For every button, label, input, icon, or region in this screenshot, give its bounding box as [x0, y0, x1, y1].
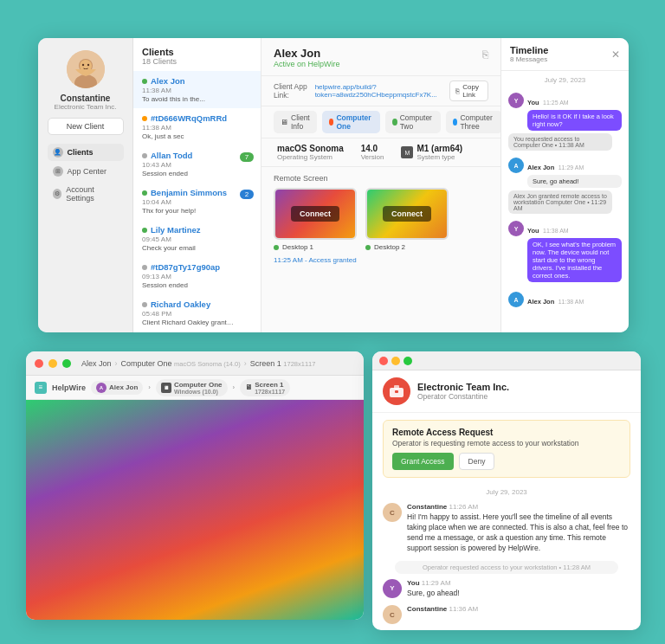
arrow-icon-2: ›: [233, 383, 236, 391]
screen-name-row-1: Desktop 1: [274, 243, 357, 251]
chrome-minimize-dot[interactable]: [48, 359, 57, 368]
company-name: Electronic Team Inc.: [417, 382, 509, 392]
svg-rect-8: [394, 385, 399, 390]
computer-chip[interactable]: 🖥 Computer One Windows (10.0): [156, 379, 228, 396]
sidebar-item-app-center[interactable]: ⊞ App Center: [48, 163, 124, 180]
screen-thumb-1[interactable]: Connect Desktop 1: [274, 188, 357, 251]
msg-sender-1: Constantine: [407, 503, 447, 511]
list-item[interactable]: #tD87gTy17g90ap 09:13 AM Session ended: [133, 257, 261, 294]
client-time: 11:38 AM: [142, 87, 252, 94]
app-link-row: Client App Link: helpwire.app/build/?tok…: [261, 76, 500, 106]
list-item[interactable]: Richard Oakley 05:48 PM Client Richard O…: [133, 294, 261, 332]
clients-header: Clients 18 Clients: [133, 45, 261, 71]
request-buttons: Grant Access Deny: [392, 453, 621, 470]
client-msg: Thx for your help!: [142, 207, 237, 215]
you-avatar-br: Y: [383, 579, 402, 598]
copy-link-button[interactable]: ⎘ Copy Link: [449, 80, 488, 101]
tab-computer-three[interactable]: Computer Three: [446, 111, 500, 133]
list-item[interactable]: Alex Jon 11:38 AM To avoid this in the..…: [133, 71, 261, 108]
tab-computer-one[interactable]: Computer One: [322, 111, 380, 133]
br-maximize-dot[interactable]: [404, 357, 412, 365]
system-event: You requested access to Computer One • 1…: [508, 133, 612, 151]
client-time: 05:48 PM: [142, 310, 252, 318]
br-close-dot[interactable]: [379, 357, 388, 365]
msg-bubble: Hello! is it OK if I take a look right n…: [527, 110, 622, 131]
msg-time-1: 11:26 AM: [449, 503, 478, 511]
sidebar-item-account-settings[interactable]: ⚙ Account Settings: [48, 182, 124, 206]
user-chip[interactable]: A Alex Jon: [91, 381, 143, 395]
breadcrumb-user: Alex Jon: [81, 359, 112, 368]
svg-point-4: [81, 64, 83, 66]
client-name: #tD87gTy17g90ap: [142, 262, 252, 272]
screen-thumb-container-2[interactable]: Connect: [365, 188, 449, 240]
list-item[interactable]: Alex Campbell 05:33 PM System driver mis…: [133, 332, 261, 332]
close-button[interactable]: ✕: [611, 48, 620, 61]
chat-area: C Constantine 11:26 AM Hi! I'm happy to …: [372, 499, 641, 630]
version-value: 14.0: [361, 144, 384, 153]
you-avatar-2: Y: [508, 221, 524, 236]
screen-view: [26, 400, 364, 620]
sys-os: macOS Sonoma Operating System: [274, 144, 344, 161]
company-info: Electronic Team Inc. Operator Constantin…: [417, 382, 509, 401]
sidebar-username: Constantine: [61, 93, 111, 103]
screen-thumb-2[interactable]: Connect Desktop 2: [365, 188, 449, 251]
client-msg: Ok, just a sec: [142, 132, 237, 140]
sys-msg-1: Operator requested access to your workst…: [395, 561, 617, 574]
screen-chip-icon: 🖥: [245, 383, 252, 391]
tab-client-info[interactable]: 🖥 Client Info: [274, 111, 317, 133]
timeline-title-group: Timeline 8 Messages: [510, 45, 548, 63]
connect-overlay-1[interactable]: Connect: [291, 206, 339, 222]
client-msg: Session ended: [142, 281, 237, 289]
chrome-close-dot[interactable]: [35, 359, 43, 368]
tab-computer-two[interactable]: Computer Two: [385, 111, 441, 133]
client-name: Allan Todd: [142, 151, 252, 160]
br-minimize-dot[interactable]: [391, 357, 400, 365]
list-item[interactable]: Allan Todd 10:43 AM Session ended 7: [133, 145, 261, 183]
msg-sender: You: [527, 99, 539, 106]
client-time: 10:04 AM: [142, 198, 252, 206]
screen-dot-2: [365, 245, 371, 250]
client-name: Lily Martinez: [142, 225, 252, 235]
screen-name-chip: Screen 1: [255, 381, 285, 389]
constantine-avatar-2: C: [383, 605, 402, 624]
br-chrome: [372, 351, 641, 370]
grant-access-button[interactable]: Grant Access: [392, 453, 454, 470]
timeline-item-1: Y You 11:25 AM Hello! is it OK if I take…: [501, 89, 629, 154]
systype-value: M1 (arm64): [416, 144, 462, 153]
app-link-label: Client App Link:: [274, 82, 310, 100]
operator-label: Operator Constantine: [417, 392, 509, 401]
client-time: 10:43 AM: [142, 161, 252, 169]
msg-sender-3: Constantine: [407, 605, 447, 613]
copy-icon: ⎘: [482, 48, 488, 61]
connect-overlay-2[interactable]: Connect: [383, 206, 431, 222]
client-badge: 7: [240, 152, 254, 162]
new-client-button[interactable]: New Client: [48, 118, 124, 135]
timeline-msg-content: You 11:25 AM Hello! is it OK if I take a…: [527, 93, 622, 131]
screen-chip-info: Screen 1 1728x1117: [255, 381, 285, 395]
timeline-msg-content-2: Alex Jon 11:29 AM Sure, go ahead!: [527, 158, 622, 188]
timeline-item-3: Y You 11:38 AM OK, I see what's the prob…: [501, 217, 629, 288]
request-title: Remote Access Request: [392, 428, 621, 437]
list-item[interactable]: Benjamin Simmons 10:04 AM Thx for your h…: [133, 183, 261, 220]
msg-time-3: 11:36 AM: [449, 605, 478, 613]
request-desc: Operator is requesting remote access to …: [392, 439, 621, 448]
svg-rect-9: [395, 390, 398, 393]
timeline-msg-content-3: You 11:38 AM OK, I see what's the proble…: [527, 221, 622, 282]
status-dot: [142, 79, 147, 84]
breadcrumb: Alex Jon › Computer One macOS Sonoma (14…: [81, 359, 315, 368]
msg-body-3: Constantine 11:36 AM: [407, 605, 630, 624]
list-item[interactable]: Lily Martinez 09:45 AM Check your email: [133, 220, 261, 257]
screen-chip[interactable]: 🖥 Screen 1 1728x1117: [240, 379, 290, 396]
chat-msg-3: C Constantine 11:36 AM: [383, 605, 630, 624]
remote-screen-label: Remote Screen: [274, 174, 488, 183]
screen-thumb-container-1[interactable]: Connect: [274, 188, 357, 240]
avatar: [67, 50, 105, 88]
chat-msg-2: Y You 11:29 AM Sure, go ahead!: [383, 579, 630, 599]
window-body: ≡ HelpWire A Alex Jon › 🖥 Computer One W…: [26, 376, 364, 620]
deny-button[interactable]: Deny: [459, 453, 495, 470]
list-item[interactable]: #tD666WRqQmRRd 11:38 AM Ok, just a sec: [133, 108, 261, 145]
bottom-right-panel: Electronic Team Inc. Operator Constantin…: [372, 351, 641, 630]
sidebar-item-clients[interactable]: 👤 Clients: [48, 144, 124, 161]
chrome-maximize-dot[interactable]: [62, 359, 71, 368]
timeline-msg-you-2: Y You 11:38 AM OK, I see what's the prob…: [508, 221, 622, 282]
